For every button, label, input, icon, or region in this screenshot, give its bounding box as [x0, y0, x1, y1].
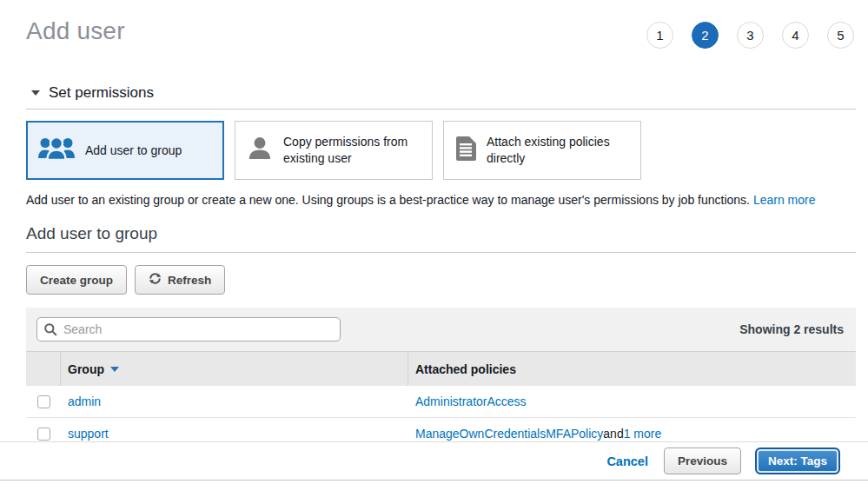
previous-label: Previous [678, 454, 727, 467]
more-policies-link[interactable]: 1 more [624, 427, 662, 441]
create-group-label: Create group [40, 274, 113, 287]
learn-more-link[interactable]: Learn more [753, 193, 816, 207]
row-checkbox[interactable] [37, 395, 50, 408]
row-policies-cell: ManageOwnCredentialsMFAPolicy and 1 more [408, 427, 856, 441]
step-5: 5 [827, 22, 854, 49]
policies-column-label: Attached policies [415, 362, 516, 376]
group-link[interactable]: support [68, 427, 109, 441]
header-group-column[interactable]: Group [61, 352, 408, 386]
wizard-footer: Cancel Previous Next: Tags [0, 441, 868, 481]
permissions-description: Add user to an existing group or create … [26, 193, 842, 207]
row-checkbox[interactable] [37, 428, 50, 441]
row-group-cell: admin [61, 394, 408, 408]
collapse-caret-icon [31, 90, 40, 96]
section-title: Set permissions [49, 84, 154, 102]
groups-table: Showing 2 results Group Attached policie… [26, 308, 856, 450]
step-1: 1 [646, 22, 673, 49]
step-3: 3 [737, 22, 764, 49]
page-header: Add user 1 2 3 4 5 [0, 0, 868, 49]
card-label: Copy permissions from existing user [283, 134, 423, 167]
wizard-step-indicator: 1 2 3 4 5 [646, 22, 854, 49]
card-copy-permissions[interactable]: Copy permissions from existing user [235, 121, 433, 180]
permission-option-cards: Add user to group Copy permissions from … [26, 121, 842, 180]
row-checkbox-cell [26, 428, 61, 441]
step-2-active: 2 [692, 22, 719, 49]
table-actions: Create group Refresh [26, 265, 842, 295]
header-checkbox-cell [26, 352, 61, 386]
search-input[interactable] [36, 317, 341, 341]
previous-button[interactable]: Previous [664, 448, 741, 474]
description-text: Add user to an existing group or create … [26, 193, 753, 207]
policy-link[interactable]: AdministratorAccess [415, 394, 527, 408]
page-title: Add user [26, 17, 125, 45]
card-attach-policies[interactable]: Attach existing policies directly [443, 121, 641, 180]
next-tags-label: Next: Tags [768, 454, 827, 467]
document-icon [454, 136, 477, 165]
cancel-link[interactable]: Cancel [606, 454, 648, 468]
user-icon [246, 136, 274, 165]
policy-link[interactable]: ManageOwnCredentialsMFAPolicy [415, 427, 603, 441]
create-group-button[interactable]: Create group [26, 265, 127, 295]
card-add-user-to-group[interactable]: Add user to group [26, 121, 224, 180]
row-checkbox-cell [26, 395, 61, 408]
table-row-admin: admin AdministratorAccess [26, 386, 856, 418]
search-icon [43, 322, 57, 340]
group-link[interactable]: admin [68, 394, 101, 408]
policy-connector-text: and [603, 427, 623, 441]
set-permissions-section-header[interactable]: Set permissions [26, 84, 856, 109]
group-column-label: Group [68, 362, 104, 376]
refresh-label: Refresh [168, 274, 211, 287]
card-label: Add user to group [85, 143, 182, 159]
table-header-row: Group Attached policies [26, 351, 856, 386]
add-user-to-group-heading: Add user to group [26, 224, 856, 253]
table-toolbar: Showing 2 results [26, 308, 856, 351]
step-4: 4 [782, 22, 809, 49]
user-group-icon [37, 136, 76, 165]
row-group-cell: support [61, 427, 408, 441]
row-policies-cell: AdministratorAccess [408, 394, 856, 408]
refresh-icon [149, 272, 162, 288]
card-label: Attach existing policies directly [487, 134, 632, 167]
search-box [36, 317, 341, 341]
header-policies-column: Attached policies [408, 352, 856, 386]
sort-descending-icon[interactable] [110, 367, 119, 372]
refresh-button[interactable]: Refresh [135, 265, 225, 295]
results-summary: Showing 2 results [739, 322, 845, 336]
next-tags-button[interactable]: Next: Tags [755, 448, 840, 474]
